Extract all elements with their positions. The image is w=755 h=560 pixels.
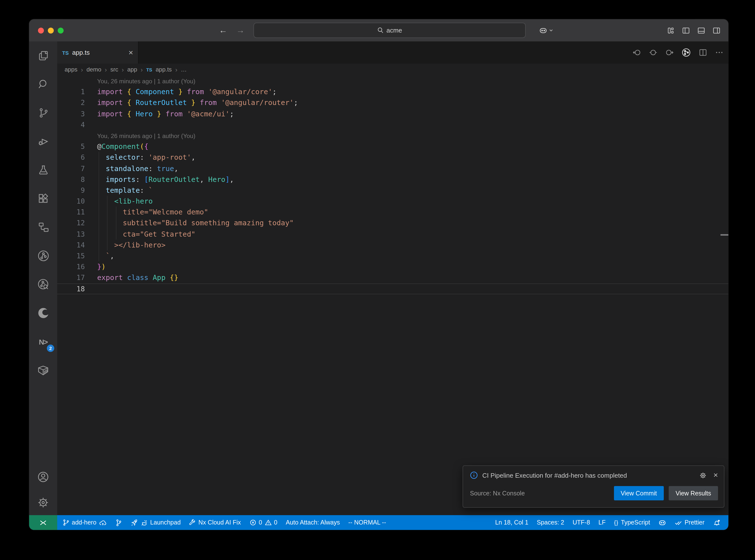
sb-copilot[interactable] — [654, 515, 671, 530]
code-editor[interactable]: You, 26 minutes ago | 1 author (You)1imp… — [57, 75, 728, 515]
edge-tools-icon[interactable] — [29, 299, 57, 327]
line-number[interactable]: 3 — [57, 108, 85, 119]
sb-commit-graph[interactable] — [111, 515, 126, 530]
line-number[interactable]: 2 — [57, 97, 85, 108]
code-line[interactable]: 15 `, — [57, 251, 728, 261]
code-line[interactable]: 8 imports: [RouterOutlet, Hero], — [57, 174, 728, 185]
code-line[interactable]: 3import { Hero } from '@acme/ui'; — [57, 108, 728, 119]
gitlens-graph-icon[interactable] — [681, 48, 691, 57]
line-number[interactable]: 6 — [57, 152, 85, 163]
gitlens-inspect-icon[interactable] — [29, 270, 57, 299]
breadcrumb-item[interactable]: app.ts — [156, 66, 172, 73]
toggle-primary-sidebar-icon[interactable] — [682, 26, 690, 34]
line-number[interactable]: 10 — [57, 196, 85, 206]
sb-notifications[interactable] — [709, 515, 724, 530]
code-line[interactable]: 16}) — [57, 261, 728, 272]
copilot-menu[interactable] — [539, 26, 553, 35]
explorer-icon[interactable] — [29, 41, 57, 70]
line-number[interactable]: 4 — [57, 119, 85, 130]
line-number[interactable]: 11 — [57, 207, 85, 218]
code-line[interactable]: 10 <lib-hero — [57, 196, 728, 206]
sb-problems[interactable]: 0 0 — [245, 515, 282, 530]
search-view-icon[interactable] — [29, 70, 57, 99]
code-line[interactable]: 9 template: ` — [57, 185, 728, 196]
code-line[interactable]: 14 ></lib-hero> — [57, 240, 728, 251]
line-number[interactable]: 7 — [57, 163, 85, 174]
code-line[interactable]: 13 cta="Get Started" — [57, 228, 728, 239]
testing-icon[interactable] — [29, 156, 57, 184]
remote-indicator[interactable] — [29, 515, 57, 530]
sb-cursor-position[interactable]: Ln 18, Col 1 — [491, 515, 533, 530]
split-editor-icon[interactable] — [699, 48, 707, 57]
containers-icon[interactable] — [29, 356, 57, 384]
run-debug-icon[interactable] — [29, 127, 57, 156]
sb-vim-mode[interactable]: -- NORMAL -- — [344, 515, 390, 530]
navigate-back-button[interactable]: ← — [219, 26, 227, 35]
sb-branch[interactable]: add-hero — [58, 515, 111, 530]
sb-nx-cloud-fix[interactable]: Nx Cloud AI Fix — [185, 515, 245, 530]
sb-indentation[interactable]: Spaces: 2 — [533, 515, 568, 530]
code-line[interactable]: 11 title="Welcmoe demo" — [57, 207, 728, 218]
line-number[interactable]: 9 — [57, 185, 85, 196]
blame-annotation-row[interactable]: You, 26 minutes ago | 1 author (You) — [57, 130, 728, 141]
sb-launchpad[interactable]: Launchpad — [126, 515, 185, 530]
toggle-panel-icon[interactable] — [697, 26, 705, 34]
toggle-secondary-sidebar-icon[interactable] — [713, 26, 720, 34]
minimize-window-button[interactable] — [48, 27, 54, 33]
command-center-search[interactable]: acme — [254, 23, 526, 38]
gitlens-icon[interactable] — [29, 242, 57, 270]
sb-encoding[interactable]: UTF-8 — [568, 515, 594, 530]
breadcrumb-item[interactable]: demo — [86, 66, 101, 73]
code-line[interactable]: 7 standalone: true, — [57, 163, 728, 174]
status-bar: add-hero Launchpad Nx Cloud AI Fix — [29, 515, 728, 530]
notification-close-icon[interactable]: × — [713, 471, 718, 479]
references-view-icon[interactable] — [29, 213, 57, 242]
code-line[interactable]: 17export class App {} — [57, 272, 728, 283]
line-number[interactable]: 13 — [57, 228, 85, 239]
code-line[interactable]: 12 subtitle="Build something amazing tod… — [57, 218, 728, 228]
line-number[interactable]: 14 — [57, 240, 85, 251]
line-number[interactable]: 8 — [57, 174, 85, 185]
line-number[interactable]: 15 — [57, 251, 85, 261]
close-window-button[interactable] — [38, 27, 44, 33]
tab-app-ts[interactable]: TS app.ts × — [57, 41, 139, 64]
source-control-icon[interactable] — [29, 99, 57, 127]
line-number[interactable]: 12 — [57, 218, 85, 228]
code-line[interactable]: 6 selector: 'app-root', — [57, 152, 728, 163]
title-bar: ← → acme — [29, 19, 728, 41]
view-commit-button[interactable]: View Commit — [614, 486, 664, 500]
nx-console-icon[interactable]: N> 2 — [29, 327, 57, 356]
settings-gear-icon[interactable] — [29, 489, 57, 515]
extensions-icon[interactable] — [29, 184, 57, 213]
notification-settings-gear-icon[interactable] — [699, 472, 707, 479]
sb-language-mode[interactable]: {} TypeScript — [610, 515, 654, 530]
view-results-button[interactable]: View Results — [669, 486, 718, 500]
line-number[interactable]: 1 — [57, 86, 85, 97]
code-line[interactable]: 1import { Component } from '@angular/cor… — [57, 86, 728, 97]
sb-eol[interactable]: LF — [594, 515, 610, 530]
breadcrumb-item[interactable]: … — [181, 66, 187, 73]
open-changes-next-icon[interactable] — [665, 48, 674, 57]
customize-layout-icon[interactable] — [667, 26, 675, 34]
code-line[interactable]: 5@Component({ — [57, 141, 728, 152]
line-number[interactable]: 16 — [57, 261, 85, 272]
code-line[interactable]: 4 — [57, 119, 728, 130]
open-changes-icon[interactable] — [649, 48, 657, 57]
line-number[interactable]: 18 — [57, 283, 85, 294]
code-line[interactable]: 2import { RouterOutlet } from '@angular/… — [57, 97, 728, 108]
sb-formatter[interactable]: Prettier — [671, 515, 709, 530]
tab-close-icon[interactable]: × — [128, 48, 133, 57]
breadcrumb-item[interactable]: apps — [65, 66, 77, 73]
line-number[interactable]: 17 — [57, 272, 85, 283]
breadcrumb-item[interactable]: app — [127, 66, 137, 73]
code-line[interactable]: 18 — [57, 283, 728, 294]
breadcrumb-item[interactable]: src — [111, 66, 118, 73]
navigate-forward-button[interactable]: → — [236, 26, 244, 35]
more-actions-icon[interactable] — [715, 48, 723, 57]
blame-annotation-row[interactable]: You, 26 minutes ago | 1 author (You) — [57, 75, 728, 86]
sb-auto-attach[interactable]: Auto Attach: Always — [282, 515, 344, 530]
open-changes-prev-icon[interactable] — [633, 48, 641, 57]
zoom-window-button[interactable] — [58, 27, 64, 33]
line-number[interactable]: 5 — [57, 141, 85, 152]
accounts-icon[interactable] — [29, 464, 57, 489]
